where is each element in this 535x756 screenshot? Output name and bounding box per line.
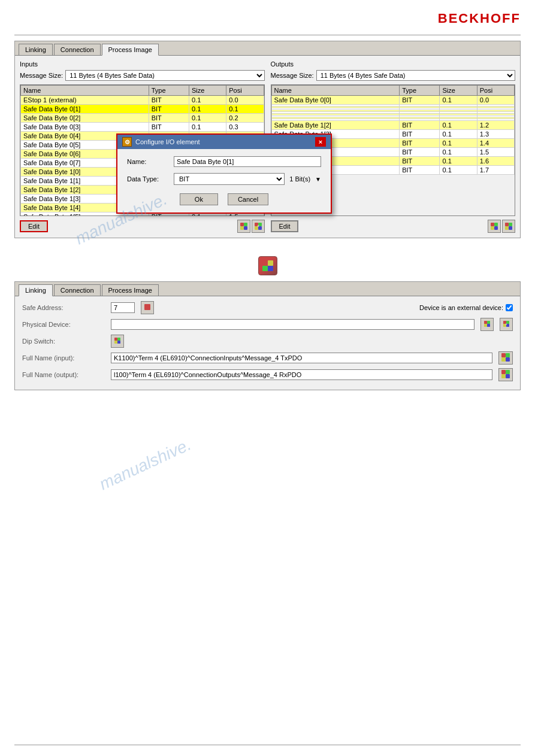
table-row[interactable]: Safe Data Byte 0[1] BIT 0.1 0.1 [21, 105, 264, 114]
inputs-edit-button[interactable]: Edit [20, 220, 48, 232]
svg-rect-42 [506, 370, 510, 374]
modal-name-label: Name: [127, 158, 169, 165]
modal-datatype-label: Data Type: [127, 175, 169, 183]
dip-switch-label: Dip Switch: [22, 338, 106, 345]
inputs-icon-buttons: + [237, 220, 265, 233]
svg-rect-9 [491, 223, 494, 226]
panel1-tabs: Linking Connection Process Image [15, 41, 520, 56]
tab-process-image-1[interactable]: Process Image [102, 44, 159, 56]
tab-process-image-2[interactable]: Process Image [102, 284, 159, 296]
external-device-row: Device is an external device: [419, 304, 513, 311]
tab-connection-1[interactable]: Connection [54, 44, 101, 55]
inputs-col-size: Size [189, 86, 226, 96]
watermark-2: manualshive. [96, 435, 194, 494]
svg-rect-12 [494, 223, 498, 226]
physical-device-btn-2[interactable]: + [500, 318, 513, 331]
tab-linking-2[interactable]: Linking [19, 284, 53, 296]
safe-addr-label: Safe Address: [22, 304, 106, 311]
table-row[interactable]: Safe Data Byte 0[2] BIT 0.1 0.2 [21, 114, 264, 123]
inputs-col-type: Type [149, 86, 189, 96]
modal-datatype-controls: BIT 1 Bit(s) ▼ [174, 173, 321, 185]
panel2-body: Safe Address: Device is an external devi… [15, 296, 520, 390]
modal-bits-label: 1 Bit(s) [289, 175, 310, 183]
modal-name-input[interactable] [174, 156, 321, 167]
full-name-output-btn[interactable] [498, 368, 513, 381]
table-row[interactable]: Safe Data Byte 1[2] BIT 0.1 1.2 [271, 121, 515, 130]
full-name-input-label: Full Name (input): [22, 354, 106, 362]
outputs-msg-size-select[interactable]: 11 Bytes (4 Bytes Safe Data) [316, 70, 515, 81]
svg-rect-37 [501, 357, 506, 362]
inputs-title: Inputs [20, 60, 265, 68]
modal-buttons: Ok Cancel [127, 193, 321, 205]
modal-close-button[interactable]: × [315, 137, 326, 147]
svg-text:+: + [256, 224, 259, 228]
svg-rect-33 [114, 341, 117, 344]
svg-rect-23 [487, 324, 490, 327]
svg-rect-35 [501, 353, 506, 357]
modal-dropdown-icon[interactable]: ▼ [315, 176, 321, 183]
beckhoff-logo: BECKHOFF [438, 11, 521, 26]
modal-titlebar: ⚙ Configure I/O element × [117, 135, 331, 149]
inputs-edit-row: Edit [20, 220, 265, 233]
svg-text:+: + [505, 322, 507, 326]
svg-rect-11 [491, 226, 494, 230]
safe-addr-input[interactable] [111, 302, 135, 313]
safe-addr-browse-button[interactable] [141, 301, 154, 314]
outputs-edit-button[interactable]: Edit [271, 220, 299, 232]
tab-connection-2[interactable]: Connection [54, 284, 101, 296]
modal-datatype-select[interactable]: BIT [174, 173, 285, 185]
tab-linking-1[interactable]: Linking [19, 44, 53, 55]
center-icon [258, 256, 277, 275]
full-name-output-row: Full Name (output): [22, 368, 513, 381]
svg-rect-38 [506, 353, 510, 357]
svg-rect-3 [244, 223, 247, 226]
svg-rect-1 [244, 226, 247, 230]
outputs-icon-btn-2[interactable] [502, 220, 515, 233]
svg-rect-24 [484, 324, 487, 327]
external-device-checkbox[interactable] [506, 304, 513, 311]
svg-rect-14 [509, 226, 512, 230]
full-name-output-field[interactable] [111, 369, 492, 380]
modal-datatype-row: Data Type: BIT 1 Bit(s) ▼ [127, 173, 321, 185]
outputs-col-type: Type [400, 86, 440, 96]
linking-panel: Linking Connection Process Image Safe Ad… [14, 281, 521, 390]
physical-device-label: Physical Device: [22, 321, 106, 328]
svg-rect-13 [505, 223, 509, 226]
svg-rect-36 [506, 357, 510, 362]
svg-rect-19 [262, 266, 268, 271]
outputs-icon-btn-1[interactable] [488, 220, 501, 233]
dip-switch-row: Dip Switch: [22, 335, 513, 348]
full-name-input-field[interactable] [111, 353, 492, 363]
svg-rect-22 [484, 321, 487, 324]
inputs-col-name: Name [21, 86, 149, 96]
inputs-icon-btn-2[interactable]: + [252, 220, 265, 233]
panel2-tabs: Linking Connection Process Image [15, 282, 520, 296]
modal-ok-button[interactable]: Ok [180, 193, 218, 205]
svg-rect-31 [114, 338, 117, 341]
table-row[interactable]: EStop 1 (external) BIT 0.1 0.0 [21, 96, 264, 105]
modal-icon: ⚙ [122, 137, 132, 147]
full-name-input-btn[interactable] [498, 351, 513, 365]
external-device-label: Device is an external device: [419, 304, 503, 311]
inputs-icon-btn-1[interactable] [237, 220, 250, 233]
top-divider [14, 35, 521, 35]
svg-rect-10 [494, 226, 498, 230]
dip-switch-button[interactable] [111, 335, 124, 348]
inputs-msg-size-select[interactable]: 11 Bytes (4 Bytes Safe Data) [65, 70, 264, 81]
full-name-output-label: Full Name (output): [22, 371, 106, 378]
modal-name-row: Name: [127, 156, 321, 167]
modal-cancel-button[interactable]: Cancel [228, 193, 268, 205]
svg-rect-20 [268, 260, 273, 266]
svg-rect-40 [506, 374, 510, 378]
table-row[interactable]: Safe Data Byte 0[3] BIT 0.1 0.3 [21, 123, 264, 132]
table-row[interactable]: Safe Data Byte 0[0] BIT 0.1 0.0 [271, 96, 515, 105]
outputs-msg-size-row: Message Size: 11 Bytes (4 Bytes Safe Dat… [271, 70, 516, 81]
center-icon-row [14, 256, 521, 275]
svg-rect-32 [117, 341, 120, 344]
svg-rect-0 [240, 223, 244, 226]
physical-device-btn-1[interactable] [480, 318, 494, 331]
physical-device-input[interactable] [111, 319, 474, 330]
process-image-panel: Linking Connection Process Image Inputs … [14, 41, 521, 238]
svg-rect-15 [505, 226, 509, 230]
svg-rect-39 [501, 370, 506, 374]
